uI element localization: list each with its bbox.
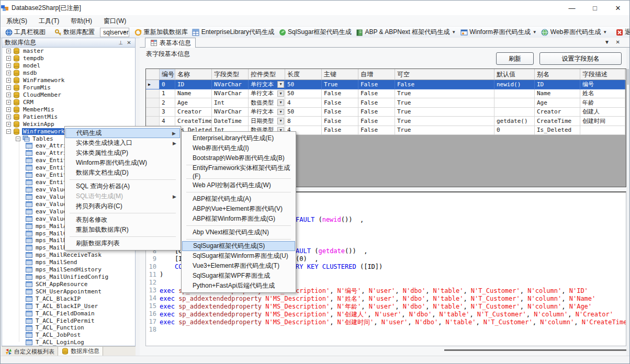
cell-nullable[interactable]: True: [395, 126, 494, 135]
chevron-down-icon[interactable]: ▼: [533, 30, 537, 35]
column-header-pk[interactable]: 主键: [322, 69, 358, 80]
expand-icon[interactable]: +: [6, 85, 11, 90]
menu-item-实体类属性生成-P-[interactable]: 实体类属性生成(P): [65, 148, 180, 158]
toolbar-winform-button[interactable]: Winform界面代码生成▼: [458, 27, 539, 38]
menu-item-代码生成[interactable]: 代码生成▶: [65, 128, 180, 138]
cell-pk[interactable]: False: [322, 117, 358, 126]
cell-inc[interactable]: False: [358, 117, 395, 126]
column-header-type[interactable]: 字段类型: [212, 69, 249, 80]
menu-T[interactable]: 工具(T): [33, 15, 65, 27]
pin-icon[interactable]: ⊥: [117, 39, 125, 47]
tree-item-T_ACL_FieldDomain[interactable]: T_ACL_FieldDomain: [2, 310, 135, 317]
expand-icon[interactable]: +: [6, 71, 11, 75]
close-document-icon[interactable]: ✕: [616, 39, 620, 45]
column-header-len[interactable]: 长度: [285, 69, 322, 80]
cell-desc[interactable]: 创建时间: [580, 117, 625, 126]
table-row[interactable]: ▶0IDNVarChar单行文本▼50TrueFalseFalsenewid()…: [146, 80, 626, 89]
cell-def[interactable]: [494, 108, 535, 117]
cell-nullable[interactable]: False: [395, 80, 494, 89]
cell-desc[interactable]: 姓名: [580, 89, 625, 99]
row-selector-cell[interactable]: ▶: [146, 80, 160, 89]
cell-alias[interactable]: ID: [535, 80, 580, 89]
cell-alias[interactable]: Creator: [535, 108, 580, 117]
menu-item-拷贝列表内容-C-[interactable]: 拷贝列表内容(C): [65, 201, 180, 211]
cell-name[interactable]: Name: [175, 89, 212, 99]
cell-control[interactable]: 单行文本▼: [249, 80, 285, 89]
cell-num[interactable]: 1: [160, 89, 175, 99]
cell-name[interactable]: CreateTime: [175, 117, 212, 126]
table-row[interactable]: 3CreatorNVarChar单行文本▼50FalseFalseTrueCre…: [146, 108, 626, 117]
tree-item-T_ACL_LoginLog[interactable]: T_ACL_LoginLog: [2, 339, 135, 346]
cell-def[interactable]: 0: [494, 126, 535, 135]
cell-name[interactable]: Age: [175, 98, 212, 108]
tree-item-ForumMis[interactable]: +ForumMis: [2, 84, 135, 92]
column-header-alias[interactable]: 别名: [535, 69, 580, 80]
cell-control[interactable]: 数值类型▼: [249, 98, 285, 108]
set-field-alias-button[interactable]: 设置字段别名: [539, 52, 622, 65]
cell-inc[interactable]: False: [358, 126, 395, 135]
cell-control[interactable]: 单行文本▼: [249, 108, 285, 117]
expand-icon[interactable]: +: [6, 107, 11, 112]
cell-nullable[interactable]: True: [395, 98, 494, 108]
menu-item-数据库文档生成-D-[interactable]: 数据库文档生成(D): [65, 168, 180, 178]
submenu-item-ABP的Vue-Element界面代码-V-[interactable]: ABP的Vue+Element界面代码(V): [182, 204, 295, 214]
vertical-scrollbar[interactable]: [626, 48, 629, 356]
column-header-sel[interactable]: [146, 69, 160, 80]
submenu-item-EntityFramework实体框架代码生成-F-[interactable]: EntityFramework实体框架代码生成(F): [182, 167, 295, 177]
row-selector-cell[interactable]: [146, 89, 160, 99]
tree-item-master[interactable]: +master: [2, 48, 135, 55]
tree-item-tempdb[interactable]: +tempdb: [2, 55, 135, 62]
expand-icon[interactable]: +: [6, 122, 11, 127]
close-icon[interactable]: ✕: [125, 39, 133, 47]
database-type-combo[interactable]: sqlserver▼: [100, 28, 129, 37]
toolbar-entlib-button[interactable]: EnterpriseLibrary代码生成: [190, 27, 276, 38]
tree-item-CloudMember[interactable]: +CloudMember: [2, 92, 135, 99]
expand-icon[interactable]: +: [6, 63, 11, 68]
chevron-down-icon[interactable]: ▼: [277, 109, 284, 116]
tree-item-PatientMis[interactable]: +PatientMis: [2, 113, 135, 120]
column-header-name[interactable]: 名称: [175, 69, 212, 80]
cell-nullable[interactable]: True: [395, 108, 494, 117]
chevron-down-icon[interactable]: ▼: [452, 30, 456, 35]
menu-item-实体类生成快速入口[interactable]: 实体类生成快速入口▶: [65, 138, 180, 148]
cell-len[interactable]: 50: [285, 89, 322, 99]
expand-icon[interactable]: +: [6, 115, 11, 119]
chevron-down-icon[interactable]: ▼: [277, 118, 284, 124]
menu-item-表别名修改[interactable]: 表别名修改: [65, 215, 180, 225]
cell-desc[interactable]: [580, 126, 625, 135]
cell-pk[interactable]: False: [322, 98, 358, 108]
cell-type[interactable]: Int: [212, 98, 249, 108]
submenu-item-ABP框架Winform界面生成-G-[interactable]: ABP框架Winform界面生成(G): [182, 214, 295, 224]
tree-item-mps_MailUnifiedConfig[interactable]: mps_MailUnifiedConfig: [2, 274, 135, 281]
cell-desc[interactable]: 年龄: [580, 98, 625, 108]
toolbar-refresh-button[interactable]: 重新加载数据库: [132, 27, 190, 38]
minimize-button[interactable]: —: [560, 1, 583, 15]
cell-alias[interactable]: CreateTime: [535, 117, 580, 126]
collapse-icon[interactable]: −: [6, 129, 11, 134]
panel-tab-数据库信息[interactable]: 数据库信息: [58, 347, 103, 356]
cell-control[interactable]: 日期类型▼: [249, 117, 285, 126]
cell-def[interactable]: [494, 89, 535, 99]
cell-control[interactable]: 单行文本▼: [249, 89, 285, 99]
row-selector-cell[interactable]: [146, 108, 160, 117]
cell-len[interactable]: 8: [285, 117, 322, 126]
submenu-item-Web-API控制器代码生成-W-[interactable]: Web API控制器代码生成(W): [182, 180, 295, 190]
cell-pk[interactable]: True: [322, 80, 358, 89]
toolbar-globe-button[interactable]: 工具栏视图: [3, 27, 48, 38]
cell-inc[interactable]: False: [358, 80, 395, 89]
column-header-def[interactable]: 默认值: [494, 69, 535, 80]
cell-alias[interactable]: Name: [535, 89, 580, 99]
cell-name[interactable]: Creator: [175, 108, 212, 117]
chevron-down-icon[interactable]: ▼: [603, 30, 607, 35]
row-selector-cell[interactable]: [146, 117, 160, 126]
cell-inc[interactable]: False: [358, 108, 395, 117]
menu-item-Winform界面代码生成-W-[interactable]: Winform界面代码生成(W): [65, 158, 180, 168]
expand-icon[interactable]: +: [6, 100, 11, 105]
submenu-item-Abp-VNext框架代码生成-N-[interactable]: Abp VNext框架代码生成(N): [182, 228, 295, 237]
cell-alias[interactable]: Is_Deleted: [535, 126, 580, 135]
tree-item-mps_MailSend[interactable]: mps_MailSend: [2, 259, 135, 266]
cell-nullable[interactable]: True: [395, 89, 494, 99]
cell-desc[interactable]: 编号: [580, 80, 625, 89]
cell-len[interactable]: 50: [285, 108, 322, 117]
tree-item-msdb[interactable]: +msdb: [2, 70, 135, 77]
